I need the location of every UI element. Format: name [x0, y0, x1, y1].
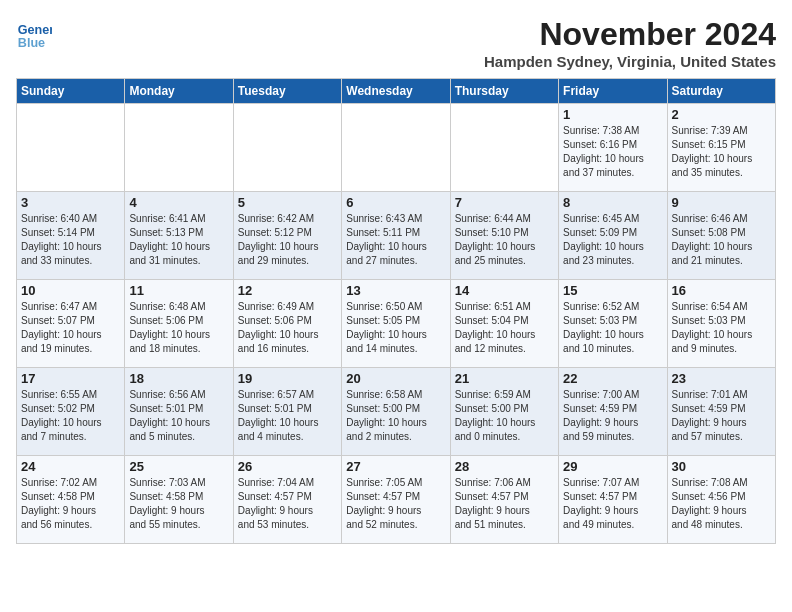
day-info: Sunrise: 7:04 AM Sunset: 4:57 PM Dayligh… [238, 476, 337, 532]
day-number: 22 [563, 371, 662, 386]
calendar-header-row: SundayMondayTuesdayWednesdayThursdayFrid… [17, 79, 776, 104]
day-info: Sunrise: 6:52 AM Sunset: 5:03 PM Dayligh… [563, 300, 662, 356]
day-info: Sunrise: 6:42 AM Sunset: 5:12 PM Dayligh… [238, 212, 337, 268]
day-info: Sunrise: 7:03 AM Sunset: 4:58 PM Dayligh… [129, 476, 228, 532]
day-info: Sunrise: 7:08 AM Sunset: 4:56 PM Dayligh… [672, 476, 771, 532]
day-number: 15 [563, 283, 662, 298]
calendar-header-cell: Saturday [667, 79, 775, 104]
logo: General Blue [16, 16, 56, 52]
day-info: Sunrise: 7:06 AM Sunset: 4:57 PM Dayligh… [455, 476, 554, 532]
calendar-cell: 4Sunrise: 6:41 AM Sunset: 5:13 PM Daylig… [125, 192, 233, 280]
day-number: 9 [672, 195, 771, 210]
day-number: 28 [455, 459, 554, 474]
day-number: 14 [455, 283, 554, 298]
calendar-table: SundayMondayTuesdayWednesdayThursdayFrid… [16, 78, 776, 544]
calendar-header-cell: Monday [125, 79, 233, 104]
day-number: 27 [346, 459, 445, 474]
calendar-body: 1Sunrise: 7:38 AM Sunset: 6:16 PM Daylig… [17, 104, 776, 544]
day-info: Sunrise: 6:57 AM Sunset: 5:01 PM Dayligh… [238, 388, 337, 444]
day-number: 29 [563, 459, 662, 474]
day-info: Sunrise: 6:50 AM Sunset: 5:05 PM Dayligh… [346, 300, 445, 356]
day-info: Sunrise: 7:05 AM Sunset: 4:57 PM Dayligh… [346, 476, 445, 532]
calendar-week-row: 10Sunrise: 6:47 AM Sunset: 5:07 PM Dayli… [17, 280, 776, 368]
day-info: Sunrise: 6:51 AM Sunset: 5:04 PM Dayligh… [455, 300, 554, 356]
calendar-cell [342, 104, 450, 192]
day-number: 1 [563, 107, 662, 122]
day-number: 11 [129, 283, 228, 298]
calendar-header-cell: Sunday [17, 79, 125, 104]
day-number: 17 [21, 371, 120, 386]
day-number: 20 [346, 371, 445, 386]
day-info: Sunrise: 6:47 AM Sunset: 5:07 PM Dayligh… [21, 300, 120, 356]
calendar-cell: 27Sunrise: 7:05 AM Sunset: 4:57 PM Dayli… [342, 456, 450, 544]
calendar-cell: 11Sunrise: 6:48 AM Sunset: 5:06 PM Dayli… [125, 280, 233, 368]
day-number: 23 [672, 371, 771, 386]
calendar-cell: 7Sunrise: 6:44 AM Sunset: 5:10 PM Daylig… [450, 192, 558, 280]
calendar-cell [233, 104, 341, 192]
calendar-header-cell: Thursday [450, 79, 558, 104]
day-number: 13 [346, 283, 445, 298]
day-info: Sunrise: 6:55 AM Sunset: 5:02 PM Dayligh… [21, 388, 120, 444]
day-number: 4 [129, 195, 228, 210]
calendar-cell: 6Sunrise: 6:43 AM Sunset: 5:11 PM Daylig… [342, 192, 450, 280]
day-number: 3 [21, 195, 120, 210]
day-info: Sunrise: 6:48 AM Sunset: 5:06 PM Dayligh… [129, 300, 228, 356]
calendar-cell [17, 104, 125, 192]
day-info: Sunrise: 6:49 AM Sunset: 5:06 PM Dayligh… [238, 300, 337, 356]
calendar-header-cell: Friday [559, 79, 667, 104]
calendar-cell: 22Sunrise: 7:00 AM Sunset: 4:59 PM Dayli… [559, 368, 667, 456]
day-info: Sunrise: 6:56 AM Sunset: 5:01 PM Dayligh… [129, 388, 228, 444]
calendar-cell: 13Sunrise: 6:50 AM Sunset: 5:05 PM Dayli… [342, 280, 450, 368]
calendar-cell: 15Sunrise: 6:52 AM Sunset: 5:03 PM Dayli… [559, 280, 667, 368]
calendar-cell: 28Sunrise: 7:06 AM Sunset: 4:57 PM Dayli… [450, 456, 558, 544]
day-number: 8 [563, 195, 662, 210]
day-info: Sunrise: 6:46 AM Sunset: 5:08 PM Dayligh… [672, 212, 771, 268]
calendar-header-cell: Wednesday [342, 79, 450, 104]
calendar-header-cell: Tuesday [233, 79, 341, 104]
day-info: Sunrise: 7:01 AM Sunset: 4:59 PM Dayligh… [672, 388, 771, 444]
svg-text:Blue: Blue [18, 36, 45, 50]
calendar-cell: 12Sunrise: 6:49 AM Sunset: 5:06 PM Dayli… [233, 280, 341, 368]
day-info: Sunrise: 6:41 AM Sunset: 5:13 PM Dayligh… [129, 212, 228, 268]
calendar-cell: 8Sunrise: 6:45 AM Sunset: 5:09 PM Daylig… [559, 192, 667, 280]
calendar-cell: 26Sunrise: 7:04 AM Sunset: 4:57 PM Dayli… [233, 456, 341, 544]
calendar-cell: 9Sunrise: 6:46 AM Sunset: 5:08 PM Daylig… [667, 192, 775, 280]
day-number: 18 [129, 371, 228, 386]
calendar-cell: 14Sunrise: 6:51 AM Sunset: 5:04 PM Dayli… [450, 280, 558, 368]
day-number: 2 [672, 107, 771, 122]
calendar-cell: 29Sunrise: 7:07 AM Sunset: 4:57 PM Dayli… [559, 456, 667, 544]
location: Hampden Sydney, Virginia, United States [484, 53, 776, 70]
day-number: 25 [129, 459, 228, 474]
day-info: Sunrise: 6:43 AM Sunset: 5:11 PM Dayligh… [346, 212, 445, 268]
day-number: 12 [238, 283, 337, 298]
day-info: Sunrise: 6:59 AM Sunset: 5:00 PM Dayligh… [455, 388, 554, 444]
day-number: 6 [346, 195, 445, 210]
calendar-cell: 21Sunrise: 6:59 AM Sunset: 5:00 PM Dayli… [450, 368, 558, 456]
calendar-cell [125, 104, 233, 192]
day-number: 24 [21, 459, 120, 474]
day-info: Sunrise: 6:54 AM Sunset: 5:03 PM Dayligh… [672, 300, 771, 356]
calendar-cell: 18Sunrise: 6:56 AM Sunset: 5:01 PM Dayli… [125, 368, 233, 456]
day-info: Sunrise: 6:58 AM Sunset: 5:00 PM Dayligh… [346, 388, 445, 444]
day-info: Sunrise: 7:38 AM Sunset: 6:16 PM Dayligh… [563, 124, 662, 180]
day-number: 19 [238, 371, 337, 386]
calendar-cell: 16Sunrise: 6:54 AM Sunset: 5:03 PM Dayli… [667, 280, 775, 368]
calendar-cell: 17Sunrise: 6:55 AM Sunset: 5:02 PM Dayli… [17, 368, 125, 456]
calendar-cell: 24Sunrise: 7:02 AM Sunset: 4:58 PM Dayli… [17, 456, 125, 544]
calendar-cell: 3Sunrise: 6:40 AM Sunset: 5:14 PM Daylig… [17, 192, 125, 280]
calendar-week-row: 17Sunrise: 6:55 AM Sunset: 5:02 PM Dayli… [17, 368, 776, 456]
title-area: November 2024 Hampden Sydney, Virginia, … [484, 16, 776, 70]
day-number: 26 [238, 459, 337, 474]
day-info: Sunrise: 7:07 AM Sunset: 4:57 PM Dayligh… [563, 476, 662, 532]
calendar-cell: 1Sunrise: 7:38 AM Sunset: 6:16 PM Daylig… [559, 104, 667, 192]
calendar-week-row: 1Sunrise: 7:38 AM Sunset: 6:16 PM Daylig… [17, 104, 776, 192]
day-number: 30 [672, 459, 771, 474]
day-number: 16 [672, 283, 771, 298]
calendar-cell [450, 104, 558, 192]
calendar-cell: 10Sunrise: 6:47 AM Sunset: 5:07 PM Dayli… [17, 280, 125, 368]
day-number: 5 [238, 195, 337, 210]
calendar-cell: 25Sunrise: 7:03 AM Sunset: 4:58 PM Dayli… [125, 456, 233, 544]
calendar-cell: 23Sunrise: 7:01 AM Sunset: 4:59 PM Dayli… [667, 368, 775, 456]
calendar-week-row: 24Sunrise: 7:02 AM Sunset: 4:58 PM Dayli… [17, 456, 776, 544]
day-info: Sunrise: 7:00 AM Sunset: 4:59 PM Dayligh… [563, 388, 662, 444]
